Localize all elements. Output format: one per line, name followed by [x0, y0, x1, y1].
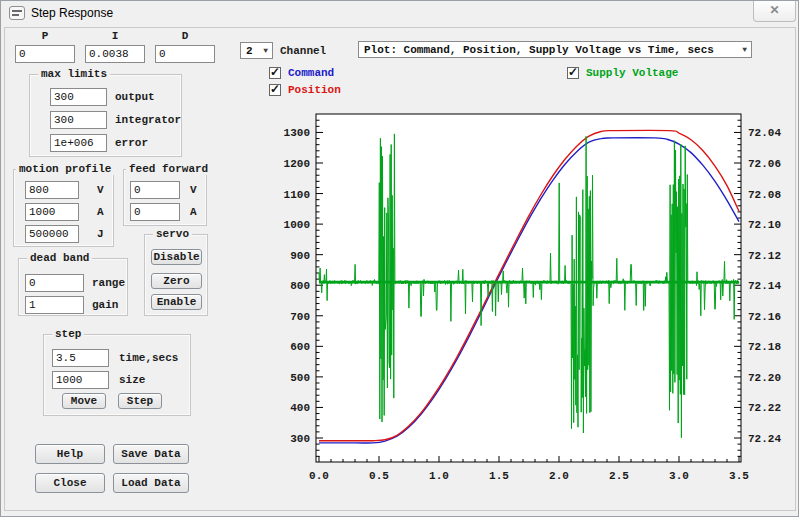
max-limits-title: max limits [38, 68, 110, 80]
svg-text:1300: 1300 [284, 127, 310, 139]
move-button[interactable]: Move [62, 393, 106, 409]
svg-text:2.5: 2.5 [609, 470, 629, 482]
svg-text:700: 700 [290, 311, 310, 323]
window-title: Step Response [31, 6, 113, 20]
svg-text:600: 600 [290, 341, 310, 353]
i-input[interactable] [85, 45, 145, 63]
max-integrator-input[interactable] [50, 111, 107, 129]
help-button[interactable]: Help [35, 444, 105, 464]
dead-band-range-label: range [92, 277, 125, 289]
feed-forward-title: feed forward [126, 163, 211, 175]
svg-text:800: 800 [290, 280, 310, 292]
save-data-button[interactable]: Save Data [113, 444, 189, 464]
plot-type-select[interactable]: Plot: Command, Position, Supply Voltage … [358, 41, 752, 58]
d-input[interactable] [155, 45, 215, 63]
supply-voltage-checkbox-label: Supply Voltage [586, 67, 678, 79]
svg-text:72.12: 72.12 [748, 250, 781, 262]
channel-select[interactable]: 2 ▼ [240, 42, 273, 59]
motion-a-input[interactable] [25, 203, 79, 221]
svg-text:72.22: 72.22 [748, 402, 781, 414]
feed-forward-group: feed forward V A [123, 169, 207, 226]
svg-text:3.0: 3.0 [669, 470, 689, 482]
max-limits-group: max limits output integrator error [29, 74, 182, 157]
servo-enable-button[interactable]: Enable [151, 294, 202, 310]
svg-text:1100: 1100 [284, 189, 310, 201]
svg-text:1200: 1200 [284, 158, 310, 170]
max-integrator-label: integrator [115, 114, 181, 126]
dead-band-title: dead band [27, 252, 92, 264]
motion-v-input[interactable] [25, 181, 79, 199]
step-size-label: size [119, 374, 145, 386]
step-response-plot: 130072.04120072.06110072.08100072.109007… [273, 107, 795, 492]
check-icon: ✓ [568, 65, 578, 79]
step-size-input[interactable] [52, 371, 109, 389]
svg-text:72.06: 72.06 [748, 158, 781, 170]
svg-text:72.08: 72.08 [748, 189, 781, 201]
ff-a-label: A [190, 206, 197, 218]
svg-text:3.5: 3.5 [729, 470, 749, 482]
max-output-label: output [115, 91, 155, 103]
dead-band-gain-label: gain [92, 299, 118, 311]
svg-text:72.18: 72.18 [748, 341, 781, 353]
svg-text:2.0: 2.0 [549, 470, 569, 482]
ff-v-input[interactable] [130, 181, 180, 199]
motion-j-label: J [97, 228, 104, 240]
svg-text:0.0: 0.0 [309, 470, 329, 482]
svg-text:500: 500 [290, 372, 310, 384]
servo-disable-button[interactable]: Disable [151, 249, 202, 265]
svg-text:72.20: 72.20 [748, 372, 781, 384]
i-label: I [85, 30, 145, 42]
channel-label: Channel [280, 45, 326, 57]
supply-voltage-checkbox[interactable]: ✓ [567, 67, 579, 79]
dead-band-gain-input[interactable] [25, 296, 84, 314]
title-bar: Step Response ✕ [1, 1, 798, 27]
svg-text:1.5: 1.5 [489, 470, 509, 482]
command-checkbox-label: Command [288, 67, 334, 79]
svg-text:72.04: 72.04 [748, 127, 781, 139]
close-icon: ✕ [769, 3, 779, 17]
check-icon: ✓ [270, 65, 280, 79]
app-icon [9, 6, 25, 20]
servo-zero-button[interactable]: Zero [151, 273, 202, 289]
motion-profile-group: motion profile V A J [13, 169, 114, 247]
max-error-label: error [115, 137, 148, 149]
svg-text:1.0: 1.0 [429, 470, 449, 482]
motion-j-input[interactable] [25, 225, 79, 243]
load-data-button[interactable]: Load Data [113, 473, 189, 493]
motion-profile-title: motion profile [16, 163, 114, 175]
svg-text:900: 900 [290, 250, 310, 262]
plot-type-value: Plot: Command, Position, Supply Voltage … [364, 44, 714, 56]
position-checkbox[interactable]: ✓ [269, 84, 281, 96]
position-checkbox-label: Position [288, 84, 341, 96]
max-output-input[interactable] [50, 88, 107, 106]
dead-band-range-input[interactable] [25, 274, 84, 292]
svg-text:72.24: 72.24 [748, 433, 781, 445]
svg-text:72.14: 72.14 [748, 280, 781, 292]
step-button[interactable]: Step [118, 393, 162, 409]
close-window-button[interactable]: ✕ [753, 1, 796, 22]
check-icon: ✓ [270, 82, 280, 96]
p-label: P [15, 30, 75, 42]
motion-v-label: V [97, 184, 104, 196]
ff-v-label: V [190, 184, 197, 196]
svg-text:72.16: 72.16 [748, 311, 781, 323]
chevron-down-icon: ▼ [742, 45, 747, 54]
d-label: D [155, 30, 215, 42]
max-error-input[interactable] [50, 134, 107, 152]
p-input[interactable] [15, 45, 75, 63]
step-title: step [52, 328, 84, 340]
channel-value: 2 [246, 45, 253, 57]
ff-a-input[interactable] [130, 203, 180, 221]
step-time-input[interactable] [52, 349, 109, 367]
command-checkbox[interactable]: ✓ [269, 67, 281, 79]
close-button[interactable]: Close [35, 473, 105, 493]
svg-text:0.5: 0.5 [369, 470, 389, 482]
svg-text:400: 400 [290, 402, 310, 414]
dead-band-group: dead band range gain [18, 258, 128, 316]
svg-text:1000: 1000 [284, 219, 310, 231]
servo-title: servo [153, 228, 192, 240]
svg-text:72.10: 72.10 [748, 219, 781, 231]
svg-text:300: 300 [290, 433, 310, 445]
step-response-dialog: Step Response ✕ P I D 2 ▼ Channel Plot: … [0, 0, 799, 517]
chevron-down-icon: ▼ [263, 46, 268, 55]
